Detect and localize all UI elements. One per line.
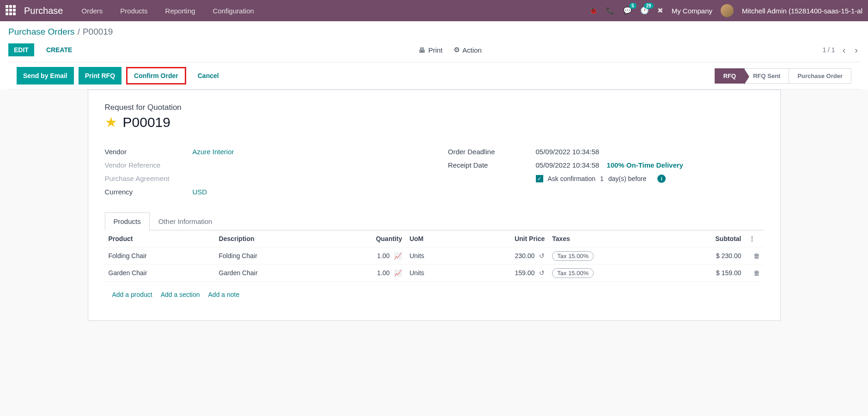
table-row[interactable]: Folding Chair Folding Chair 1.00📈 Units …: [105, 247, 764, 265]
title-label: Request for Quotation: [105, 103, 764, 112]
chat-icon[interactable]: 💬5: [623, 6, 632, 15]
breadcrumb: Purchase Orders / P00019: [8, 27, 860, 37]
confirm-order-button[interactable]: Confirm Order: [126, 67, 186, 84]
table-row[interactable]: Garden Chair Garden Chair 1.00📈 Units 15…: [105, 265, 764, 282]
action-dropdown[interactable]: ⚙ Action: [454, 46, 482, 54]
status-step-rfq[interactable]: RFQ: [715, 68, 745, 84]
status-steps: RFQ RFQ Sent Purchase Order: [715, 68, 851, 84]
print-icon: 🖶: [419, 46, 425, 54]
add-section-link[interactable]: Add a section: [161, 291, 200, 298]
pager-text: 1 / 1: [822, 46, 835, 54]
forecast-icon[interactable]: 📈: [394, 252, 402, 259]
breadcrumb-current: P00019: [83, 27, 113, 37]
tools-icon[interactable]: ✖: [657, 6, 663, 15]
col-description: Description: [215, 230, 326, 247]
columns-menu-icon[interactable]: ⋮: [749, 235, 755, 242]
receipt-label: Receipt Date: [448, 161, 536, 169]
deadline-label: Order Deadline: [448, 148, 536, 156]
control-bar: Purchase Orders / P00019 Edit Create 🖶 P…: [0, 21, 868, 90]
products-table: Product Description Quantity UoM Unit Pr…: [105, 230, 764, 307]
edit-button[interactable]: Edit: [8, 43, 34, 56]
vendor-ref-label: Vendor Reference: [105, 161, 193, 169]
main-menu: Orders Products Reporting Configuration: [82, 7, 254, 15]
cell-product: Garden Chair: [105, 265, 215, 282]
print-label: Print: [428, 46, 443, 54]
breadcrumb-sep: /: [78, 27, 80, 37]
status-step-purchase-order[interactable]: Purchase Order: [789, 68, 851, 84]
activity-icon[interactable]: 🕐29: [640, 6, 649, 15]
menu-products[interactable]: Products: [120, 7, 147, 15]
deadline-value: 05/09/2022 10:34:58: [536, 148, 600, 156]
vendor-value[interactable]: Azure Interior: [193, 148, 234, 156]
add-product-link[interactable]: Add a product: [112, 291, 152, 298]
cell-uom: Units: [406, 265, 458, 282]
fields-left-col: Vendor Azure Interior Vendor Reference P…: [105, 145, 420, 199]
bug-icon[interactable]: 🐞: [589, 6, 598, 15]
top-nav: Purchase Orders Products Reporting Confi…: [0, 0, 868, 21]
fields-right-col: Order Deadline 05/09/2022 10:34:58 Recei…: [448, 145, 764, 199]
tab-products[interactable]: Products: [105, 212, 150, 230]
print-action[interactable]: 🖶 Print: [419, 46, 443, 54]
apps-icon[interactable]: [6, 5, 17, 16]
send-email-button[interactable]: Send by Email: [17, 67, 74, 84]
delivery-link[interactable]: 100% On-Time Delivery: [607, 161, 683, 169]
tab-other-info[interactable]: Other Information: [150, 212, 221, 230]
action-label: Action: [462, 46, 482, 54]
status-bar: Send by Email Print RFQ Confirm Order Ca…: [8, 62, 860, 90]
cell-quantity: 1.00: [377, 269, 389, 277]
col-taxes: Taxes: [548, 230, 665, 247]
col-uom: UoM: [406, 230, 458, 247]
cell-unit-price: 159.00: [515, 269, 534, 277]
menu-reporting[interactable]: Reporting: [165, 7, 195, 15]
ask-confirm-checkbox[interactable]: ✓: [536, 175, 543, 182]
cell-product: Folding Chair: [105, 247, 215, 265]
breadcrumb-parent[interactable]: Purchase Orders: [8, 27, 75, 37]
print-rfq-button[interactable]: Print RFQ: [79, 67, 121, 84]
company-selector[interactable]: My Company: [672, 7, 712, 15]
star-icon[interactable]: ★: [105, 114, 117, 130]
ask-confirm-prefix: Ask confirmation: [548, 175, 595, 182]
avatar[interactable]: [721, 4, 734, 17]
vendor-label: Vendor: [105, 148, 193, 156]
history-icon[interactable]: ↺: [539, 252, 545, 259]
tax-pill: Tax 15.00%: [552, 268, 594, 278]
cell-quantity: 1.00: [377, 252, 389, 259]
phone-icon[interactable]: 📞: [606, 6, 615, 15]
pager-prev[interactable]: ‹: [841, 45, 848, 55]
forecast-icon[interactable]: 📈: [394, 269, 402, 277]
cell-subtotal: $ 230.00: [665, 247, 745, 265]
cell-uom: Units: [406, 247, 458, 265]
gear-icon: ⚙: [454, 46, 460, 54]
cell-description: Folding Chair: [215, 247, 326, 265]
tax-pill: Tax 15.00%: [552, 251, 594, 261]
menu-orders[interactable]: Orders: [82, 7, 103, 15]
cell-subtotal: $ 159.00: [665, 265, 745, 282]
tabs: Products Other Information: [105, 212, 764, 230]
delete-icon[interactable]: 🗑: [753, 252, 760, 259]
topbar-right: 🐞 📞 💬5 🕐29 ✖ My Company Mitchell Admin (…: [589, 4, 862, 17]
purchase-agreement-label: Purchase Agreement: [105, 175, 193, 182]
form-sheet: Request for Quotation ★ P00019 Vendor Az…: [88, 90, 781, 321]
order-number: P00019: [123, 115, 170, 130]
create-button[interactable]: Create: [41, 43, 78, 56]
currency-label: Currency: [105, 188, 193, 196]
cell-description: Garden Chair: [215, 265, 326, 282]
history-icon[interactable]: ↺: [539, 269, 545, 277]
info-icon[interactable]: i: [657, 175, 666, 183]
menu-configuration[interactable]: Configuration: [213, 7, 254, 15]
col-subtotal: Subtotal: [665, 230, 745, 247]
user-menu[interactable]: Mitchell Admin (15281400-saas-15-1-al: [742, 7, 862, 15]
col-unit-price: Unit Price: [459, 230, 548, 247]
ask-confirm-days: 1: [600, 175, 604, 182]
add-note-link[interactable]: Add a note: [208, 291, 240, 298]
cell-unit-price: 230.00: [515, 252, 534, 259]
status-step-rfq-sent[interactable]: RFQ Sent: [745, 68, 789, 84]
delete-icon[interactable]: 🗑: [753, 269, 760, 277]
currency-value[interactable]: USD: [193, 188, 207, 196]
cancel-button[interactable]: Cancel: [191, 67, 226, 84]
pager-next[interactable]: ›: [853, 45, 860, 55]
app-brand[interactable]: Purchase: [24, 6, 63, 16]
chat-badge: 5: [629, 3, 637, 9]
col-product: Product: [105, 230, 215, 247]
receipt-value: 05/09/2022 10:34:58: [536, 161, 600, 169]
